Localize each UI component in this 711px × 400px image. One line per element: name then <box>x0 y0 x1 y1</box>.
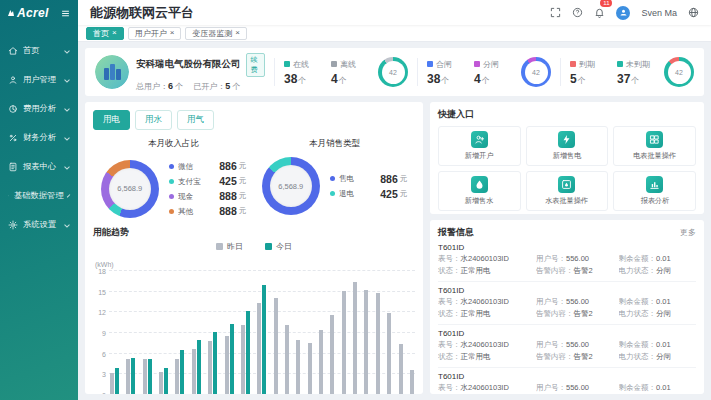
legend-item: 现金 888 元 <box>169 190 247 202</box>
tab-label: 变压器监测 <box>192 28 232 39</box>
quick-entry-label: 新增售电 <box>553 151 582 161</box>
legend-unit: 元 <box>239 176 247 186</box>
bar-昨日 <box>364 290 368 394</box>
alarm-alarm-content: 告警内容：告警2 <box>536 309 619 319</box>
legend-swatch <box>474 61 480 67</box>
db-icon <box>8 191 9 201</box>
help-icon[interactable] <box>572 7 583 18</box>
sidebar-menu: 首页用户管理费用分析财务分析报表中心基础数据管理系统设置 <box>0 36 78 239</box>
notification-bell-icon[interactable] <box>594 7 605 18</box>
sidebar-item-user[interactable]: 用户管理 <box>0 65 78 94</box>
alarm-more-link[interactable]: 更多 <box>680 227 696 238</box>
bar-今日 <box>115 368 119 394</box>
bar-昨日 <box>208 341 212 394</box>
company-avatar <box>95 55 129 89</box>
alarm-item[interactable]: T601ID 表号：水24060103ID用户号：556.00剩余金额：0.01… <box>438 239 696 282</box>
quick-entry-bolt[interactable]: 新增售电 <box>526 126 609 166</box>
chart-icon <box>649 179 660 190</box>
user-name[interactable]: Sven Ma <box>641 8 677 18</box>
report-icon <box>8 162 18 172</box>
donut-title: 本月收入占比 <box>93 138 254 150</box>
sidebar-item-percent[interactable]: 财务分析 <box>0 123 78 152</box>
alarm-alarm-content: 告警内容：告警2 <box>536 266 619 276</box>
collapse-menu-icon[interactable] <box>60 9 71 18</box>
bar-昨日 <box>241 325 245 394</box>
donut-legend: 微信 886 元 支付宝 425 元 现金 888 元 <box>169 157 247 220</box>
alarm-meter: 表号：水24060103ID <box>438 254 536 264</box>
alarm-item[interactable]: T601ID 表号：水24060103ID用户号：556.00剩余金额：0.01… <box>438 368 696 394</box>
bar-昨日 <box>192 349 196 394</box>
donut-section: 本月收入占比 6,568.9 微信 886 元 支付宝 425 元 <box>93 138 254 220</box>
alarm-user: 用户号：556.00 <box>536 297 619 307</box>
company-name: 安科瑞电气股份有限公司 <box>136 58 241 71</box>
drop-box-icon <box>561 179 572 190</box>
overview-card: 安科瑞电气股份有限公司 续费 总用户：6 个已开户：5 个 在线 38个 离线 … <box>85 48 704 96</box>
chevron-down-icon <box>64 164 70 170</box>
fullscreen-icon[interactable] <box>550 7 561 18</box>
close-icon[interactable]: × <box>170 29 175 37</box>
tab-首页[interactable]: 首页× <box>86 27 124 40</box>
bar-昨日 <box>110 373 114 394</box>
quick-entry-drop-box[interactable]: 水表批量操作 <box>526 171 609 211</box>
energy-tab-用电[interactable]: 用电 <box>93 110 130 130</box>
alarm-amount: 剩余金额：0.01 <box>619 383 696 393</box>
alarm-item-title: T601ID <box>438 329 696 338</box>
bar-今日 <box>213 332 217 394</box>
sidebar-item-gear[interactable]: 系统设置 <box>0 210 78 239</box>
sidebar-item-home[interactable]: 首页 <box>0 36 78 65</box>
legend-label: 支付宝 <box>178 176 208 186</box>
energy-tab-用水[interactable]: 用水 <box>135 110 172 130</box>
tab-用户开户[interactable]: 用户开户× <box>128 27 182 40</box>
quick-entry-user-add[interactable]: 新增开户 <box>438 126 521 166</box>
stat-在线: 在线 38个 <box>284 59 318 86</box>
bar-今日 <box>246 311 250 394</box>
tab-变压器监测[interactable]: 变压器监测× <box>185 27 247 40</box>
alarm-item[interactable]: T601ID 表号：水24060103ID用户号：556.00剩余金额：0.01… <box>438 325 696 368</box>
bar-group-20:00 <box>387 313 391 394</box>
sidebar-item-label: 用户管理 <box>23 74 62 86</box>
donut-section: 本月销售类型 6,568.9 售电 886 元 退电 425 元 <box>254 138 415 220</box>
bar-昨日 <box>175 359 179 394</box>
tab-bar: 首页×用户开户×变压器监测× <box>78 25 711 42</box>
quick-entry-drop[interactable]: 新增售水 <box>438 171 521 211</box>
stat-value: 38个 <box>284 72 318 86</box>
alarm-item[interactable]: T601ID 表号：水24060103ID用户号：556.00剩余金额：0.01… <box>438 282 696 325</box>
sidebar-item-db[interactable]: 基础数据管理 <box>0 181 78 210</box>
stat-label: 分闸 <box>483 59 499 70</box>
energy-tab-用气[interactable]: 用气 <box>177 110 214 130</box>
bar-今日 <box>197 340 201 394</box>
quick-entry-chart[interactable]: 报表分析 <box>613 171 696 211</box>
bar-昨日 <box>296 340 300 394</box>
stat-group: 在线 38个 离线 4个 42 <box>284 57 408 87</box>
donut-chart: 6,568.9 <box>262 157 320 215</box>
donut-center-value: 6,568.9 <box>101 160 159 218</box>
pie-icon <box>8 104 18 114</box>
bar-昨日 <box>257 303 261 394</box>
quick-entry-grid[interactable]: 电表批量操作 <box>613 126 696 166</box>
close-icon[interactable]: × <box>235 29 240 37</box>
main-content: 安科瑞电气股份有限公司 续费 总用户：6 个已开户：5 个 在线 38个 离线 … <box>78 42 711 400</box>
legend-dot <box>330 176 335 181</box>
language-globe-icon[interactable] <box>688 7 699 18</box>
top-header: 能源物联网云平台 11 Sven Ma <box>78 0 711 25</box>
sidebar-item-pie[interactable]: 费用分析 <box>0 94 78 123</box>
renew-tag[interactable]: 续费 <box>246 53 266 77</box>
quick-entry-label: 电表批量操作 <box>633 151 676 161</box>
chevron-down-icon <box>64 135 70 141</box>
close-icon[interactable]: × <box>112 29 117 37</box>
user-add-icon <box>474 134 485 145</box>
alarm-amount: 剩余金额：0.01 <box>619 340 696 350</box>
legend-label: 售电 <box>339 173 369 183</box>
legend-label: 退电 <box>339 188 369 198</box>
y-tick-label: 0 <box>102 392 106 395</box>
company-stat: 总用户：6 个 <box>136 81 183 92</box>
bar-group-07:00 <box>225 324 234 394</box>
bar-group-03:00 <box>159 368 168 394</box>
stat-group: 到期 5个 未到期 37个 42 <box>570 57 694 87</box>
avatar[interactable] <box>616 6 630 20</box>
legend-dot <box>169 194 174 199</box>
sidebar-item-report[interactable]: 报表中心 <box>0 152 78 181</box>
logo-flag-icon <box>7 9 15 17</box>
alarm-item-title: T601ID <box>438 286 696 295</box>
bar-group-00:00 <box>110 368 119 394</box>
